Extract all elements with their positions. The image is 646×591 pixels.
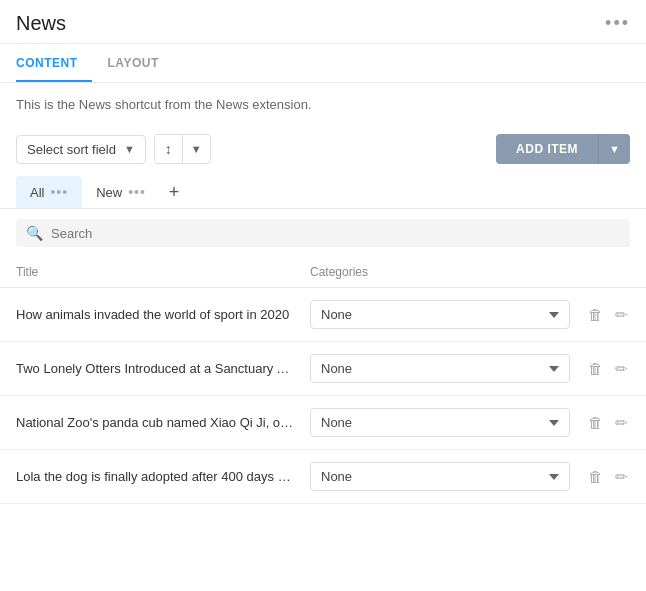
filter-tab-bar: All ••• New ••• +: [0, 176, 646, 209]
col-actions-header: [570, 265, 630, 279]
filter-tab-all[interactable]: All •••: [16, 176, 82, 208]
sort-field-dropdown[interactable]: Select sort field ▼: [16, 135, 146, 164]
search-bar: 🔍: [16, 219, 630, 247]
tab-layout[interactable]: LAYOUT: [108, 44, 173, 82]
sort-order-group: ↕ ▼: [154, 134, 211, 164]
filter-tab-new-dots: •••: [128, 184, 146, 200]
row-title: Lola the dog is finally adopted after 40…: [16, 469, 310, 484]
add-item-chevron-button[interactable]: ▼: [599, 134, 630, 164]
row-actions: 🗑 ✏: [570, 412, 630, 434]
sort-order-button[interactable]: ↕: [155, 135, 182, 163]
filter-tab-all-label: All: [30, 185, 44, 200]
table-row: Lola the dog is finally adopted after 40…: [0, 450, 646, 504]
row-title: National Zoo's panda cub named Xiao Qi J…: [16, 415, 310, 430]
page-title: News: [16, 12, 66, 35]
table-row: National Zoo's panda cub named Xiao Qi J…: [0, 396, 646, 450]
sort-field-label: Select sort field: [27, 142, 116, 157]
delete-button[interactable]: 🗑: [586, 466, 605, 487]
col-categories-header: Categories: [310, 265, 570, 279]
table-header: Title Categories: [0, 257, 646, 288]
edit-button[interactable]: ✏: [613, 412, 630, 434]
sort-field-chevron-icon: ▼: [124, 143, 135, 155]
toolbar: Select sort field ▼ ↕ ▼ ADD ITEM ▼: [0, 126, 646, 176]
col-title-header: Title: [16, 265, 310, 279]
row-categories: None: [310, 300, 570, 329]
row-title: Two Lonely Otters Introduced at a Sanctu…: [16, 361, 310, 376]
sort-order-icon: ↕: [165, 141, 172, 157]
row-title: How animals invaded the world of sport i…: [16, 307, 310, 322]
row-actions: 🗑 ✏: [570, 466, 630, 488]
table-row: Two Lonely Otters Introduced at a Sanctu…: [0, 342, 646, 396]
category-select[interactable]: None: [310, 300, 570, 329]
description-text: This is the News shortcut from the News …: [0, 83, 646, 126]
category-select[interactable]: None: [310, 462, 570, 491]
delete-button[interactable]: 🗑: [586, 358, 605, 379]
more-options-icon[interactable]: •••: [605, 13, 630, 34]
delete-button[interactable]: 🗑: [586, 304, 605, 325]
page-wrapper: News ••• CONTENT LAYOUT This is the News…: [0, 0, 646, 504]
table-row: How animals invaded the world of sport i…: [0, 288, 646, 342]
delete-button[interactable]: 🗑: [586, 412, 605, 433]
edit-button[interactable]: ✏: [613, 466, 630, 488]
add-item-button[interactable]: ADD ITEM: [496, 134, 598, 164]
filter-tab-all-dots: •••: [50, 184, 68, 200]
category-select[interactable]: None: [310, 408, 570, 437]
sort-order-chevron-button[interactable]: ▼: [183, 137, 210, 161]
filter-tab-new-label: New: [96, 185, 122, 200]
add-item-group: ADD ITEM ▼: [496, 134, 630, 164]
row-categories: None: [310, 354, 570, 383]
category-select[interactable]: None: [310, 354, 570, 383]
tab-content[interactable]: CONTENT: [16, 44, 92, 82]
edit-button[interactable]: ✏: [613, 304, 630, 326]
search-input[interactable]: [51, 226, 620, 241]
search-icon: 🔍: [26, 225, 43, 241]
row-categories: None: [310, 462, 570, 491]
edit-button[interactable]: ✏: [613, 358, 630, 380]
row-actions: 🗑 ✏: [570, 358, 630, 380]
header: News •••: [0, 0, 646, 44]
filter-tab-new[interactable]: New •••: [82, 176, 160, 208]
row-actions: 🗑 ✏: [570, 304, 630, 326]
row-categories: None: [310, 408, 570, 437]
tab-bar: CONTENT LAYOUT: [0, 44, 646, 83]
add-filter-button[interactable]: +: [160, 178, 188, 206]
